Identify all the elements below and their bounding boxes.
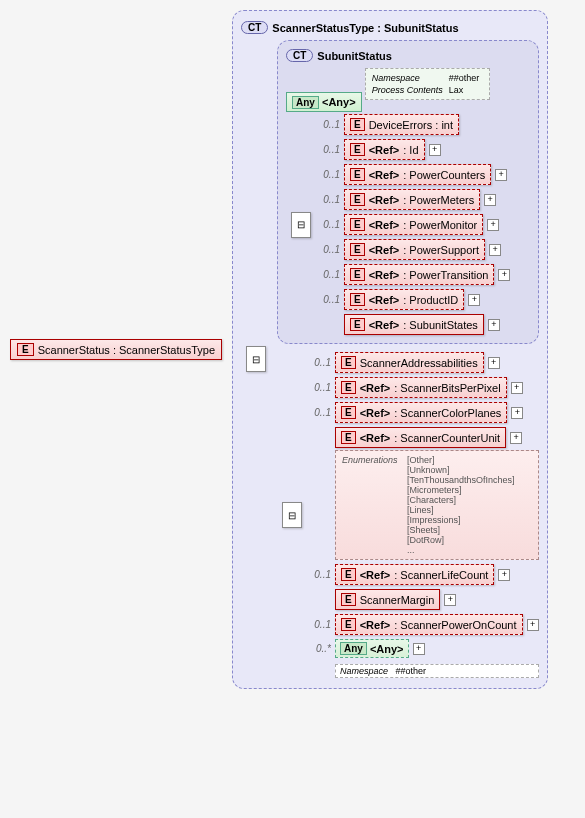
enum-title: Enumerations — [342, 455, 407, 465]
element-box[interactable]: E<Ref>: ScannerLifeCount — [335, 564, 494, 585]
element-badge: E — [341, 381, 356, 394]
expand-icon[interactable]: + — [489, 244, 501, 256]
element-box[interactable]: E<Ref>: ScannerCounterUnit — [335, 427, 506, 448]
any-ns-val: ##other — [449, 73, 484, 83]
expand-icon[interactable]: + — [510, 432, 522, 444]
expand-icon[interactable]: + — [495, 169, 507, 181]
outer-sequence-connector: ⊟ — [241, 40, 271, 678]
ref-tag: <Ref> — [360, 569, 391, 581]
expand-icon[interactable]: + — [488, 357, 500, 369]
ref-tag: <Ref> — [369, 169, 400, 181]
cardinality: 0..1 — [322, 244, 340, 255]
element-box[interactable]: E<Ref>: ScannerPowerOnCount — [335, 614, 523, 635]
cardinality: 0..1 — [322, 169, 340, 180]
expand-icon[interactable]: + — [498, 269, 510, 281]
element-label: : ScannerPowerOnCount — [394, 619, 516, 631]
element-label: : ScannerCounterUnit — [394, 432, 500, 444]
scanner-status-element[interactable]: E ScannerStatus : ScannerStatusType — [10, 339, 222, 360]
cardinality: 0..1 — [322, 194, 340, 205]
schema-item: 0..1E<Ref>: PowerMonitor+ — [322, 214, 530, 235]
expand-icon[interactable]: + — [484, 194, 496, 206]
ct-inner-header: CT SubunitStatus — [286, 49, 530, 62]
any-badge: Any — [340, 642, 367, 655]
element-badge: E — [341, 568, 356, 581]
element-box[interactable]: E<Ref>: PowerMeters — [344, 189, 480, 210]
expand-icon[interactable]: + — [511, 382, 523, 394]
ct-outer-box: CT ScannerStatusType : SubunitStatus ⊟ C… — [232, 10, 548, 689]
ct-inner-title: SubunitStatus — [317, 50, 392, 62]
any-box[interactable]: Any<Any> — [335, 639, 409, 658]
element-box[interactable]: E<Ref>: ProductID — [344, 289, 464, 310]
ref-tag: <Ref> — [369, 244, 400, 256]
element-box[interactable]: E<Ref>: PowerMonitor — [344, 214, 483, 235]
schema-item: 0..1EDeviceErrors : int — [322, 114, 530, 135]
cardinality: 0..1 — [313, 357, 331, 368]
expand-icon[interactable]: + — [429, 144, 441, 156]
element-label: ScannerAddressabilities — [360, 357, 478, 369]
ref-tag: <Ref> — [360, 382, 391, 394]
any-top-box[interactable]: Any <Any> — [286, 92, 362, 112]
cardinality: 0..1 — [322, 269, 340, 280]
schema-item: 0..1E<Ref>: ProductID+ — [322, 289, 530, 310]
element-badge: E — [350, 218, 365, 231]
cardinality: 0..1 — [322, 144, 340, 155]
ct-outer-title: ScannerStatusType : SubunitStatus — [272, 22, 458, 34]
expand-icon[interactable]: + — [488, 319, 500, 331]
element-label: : ScannerBitsPerPixel — [394, 382, 500, 394]
element-label: : PowerTransition — [403, 269, 488, 281]
any-label: <Any> — [370, 643, 404, 655]
ref-tag: <Ref> — [360, 432, 391, 444]
element-box[interactable]: E<Ref>: PowerCounters — [344, 164, 491, 185]
element-badge: E — [341, 593, 356, 606]
element-badge: E — [17, 343, 34, 356]
element-box[interactable]: E<Ref>: PowerSupport — [344, 239, 485, 260]
expand-icon[interactable]: + — [487, 219, 499, 231]
element-badge: E — [350, 318, 365, 331]
element-badge: E — [350, 243, 365, 256]
expand-icon[interactable]: + — [413, 643, 425, 655]
element-label: DeviceErrors : int — [369, 119, 453, 131]
element-badge: E — [350, 193, 365, 206]
element-label: : ScannerLifeCount — [394, 569, 488, 581]
element-label: : ScannerColorPlanes — [394, 407, 501, 419]
ref-tag: <Ref> — [369, 194, 400, 206]
element-badge: E — [341, 431, 356, 444]
any-badge: Any — [292, 96, 319, 109]
sequence-icon[interactable]: ⊟ — [291, 212, 311, 238]
element-label: : PowerMeters — [403, 194, 474, 206]
inner-items-list: 0..1EDeviceErrors : int0..1E<Ref>: Id+0.… — [322, 114, 530, 335]
element-box[interactable]: EScannerMargin — [335, 589, 440, 610]
expand-icon[interactable]: + — [511, 407, 523, 419]
sequence-icon[interactable]: ⊟ — [282, 502, 302, 528]
schema-item: E<Ref>: ScannerCounterUnit+ — [313, 427, 539, 448]
enum-values: [Other][Unknown][TenThousandthsOfInches]… — [407, 455, 515, 555]
expand-icon[interactable]: + — [468, 294, 480, 306]
ct-outer-header: CT ScannerStatusType : SubunitStatus — [241, 21, 539, 34]
ref-tag: <Ref> — [360, 619, 391, 631]
element-badge: E — [341, 356, 356, 369]
cardinality: 0..1 — [313, 407, 331, 418]
element-label: ScannerMargin — [360, 594, 435, 606]
schema-item: 0..1E<Ref>: ScannerColorPlanes+ — [313, 402, 539, 423]
cardinality: 0..1 — [313, 569, 331, 580]
element-badge: E — [341, 406, 356, 419]
any-pc-key: Process Contents — [372, 85, 447, 95]
element-box[interactable]: EDeviceErrors : int — [344, 114, 459, 135]
any-label: <Any> — [322, 96, 356, 108]
ref-tag: <Ref> — [369, 219, 400, 231]
sequence-icon[interactable]: ⊟ — [246, 346, 266, 372]
element-box[interactable]: E<Ref>: SubunitStates — [344, 314, 484, 335]
expand-icon[interactable]: + — [498, 569, 510, 581]
element-box[interactable]: EScannerAddressabilities — [335, 352, 484, 373]
element-box[interactable]: E<Ref>: Id — [344, 139, 425, 160]
element-badge: E — [350, 168, 365, 181]
expand-icon[interactable]: + — [444, 594, 456, 606]
element-box[interactable]: E<Ref>: PowerTransition — [344, 264, 494, 285]
any-bottom-item: 0..*Any<Any>+ — [313, 639, 539, 658]
element-box[interactable]: E<Ref>: ScannerColorPlanes — [335, 402, 507, 423]
ref-tag: <Ref> — [369, 294, 400, 306]
element-label: : ProductID — [403, 294, 458, 306]
ref-tag: <Ref> — [369, 269, 400, 281]
expand-icon[interactable]: + — [527, 619, 539, 631]
element-box[interactable]: E<Ref>: ScannerBitsPerPixel — [335, 377, 507, 398]
